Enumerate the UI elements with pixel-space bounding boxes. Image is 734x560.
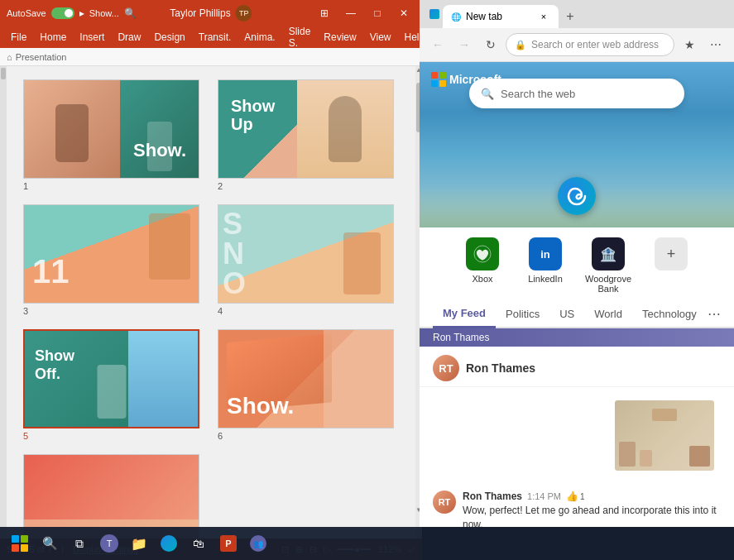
taskbar-search-btn[interactable]: 🔍 (36, 530, 63, 557)
quicklink-xbox[interactable]: Xbox (458, 237, 507, 294)
chat-msg-content-1: Ron Thames 1:14 PM 👍 1 Wow, perfect! Let… (463, 491, 721, 527)
slide-thumb-7 (23, 454, 199, 538)
slide-item-6[interactable]: Show. 6 (211, 323, 405, 448)
menu-anima[interactable]: Anima. (238, 30, 281, 45)
taskbar-teams-btn[interactable]: 👥 (245, 530, 271, 557)
menu-insert[interactable]: Insert (74, 30, 110, 45)
chat-msg-time-1: 1:14 PM (527, 491, 561, 501)
quicklink-more[interactable]: + (646, 237, 696, 294)
menu-home[interactable]: Home (34, 30, 72, 45)
taskbar: 🔍 ⧉ T 📁 🛍 P 👥 (0, 527, 734, 560)
menu-slides[interactable]: Slide S. (283, 24, 317, 50)
slide-2-text: ShowUp (231, 97, 275, 133)
settings-btn[interactable]: ⋯ (704, 33, 727, 56)
tab-close-btn[interactable]: × (537, 10, 550, 23)
quicklinks: Xbox in LinkedIn 🏦 Woodgrove Bank + (420, 227, 734, 300)
chat-msg-text-1: Wow, perfect! Let me go ahead and incorp… (463, 504, 721, 527)
back-btn[interactable]: ← (426, 33, 449, 56)
menu-draw[interactable]: Draw (112, 30, 146, 45)
slide-thumb-6: Show. (218, 329, 394, 428)
search-icon[interactable]: 🔍 (124, 7, 137, 19)
slide-item-1[interactable]: Show. 1 (17, 73, 211, 198)
chat-msg-reaction-1: 👍 1 (566, 491, 585, 502)
edge-favicon-area (426, 0, 443, 28)
edge-taskbar-icon (161, 535, 177, 552)
ppt-ribbon: ⌂ Presentation (0, 48, 422, 66)
more-icon: + (655, 237, 688, 270)
xbox-label: Xbox (472, 274, 492, 284)
slide-thumb-3: 11 (23, 204, 199, 304)
slide-thumb-5: ShowOff. (23, 329, 199, 428)
breadcrumb-text: Presentation (16, 52, 67, 62)
feed-tab-myfeed[interactable]: My Feed (433, 300, 496, 328)
quicklink-linkedin[interactable]: in LinkedIn (521, 237, 570, 294)
slide-item-3[interactable]: 11 3 (17, 198, 211, 323)
ron-thames-label: Ron Thames (433, 332, 489, 343)
refresh-btn[interactable]: ↻ (479, 33, 502, 56)
address-bar[interactable]: 🔒 Search or enter web address (506, 33, 674, 56)
slide-item-4[interactable]: SNO 4 (211, 198, 405, 323)
taskbar-store-btn[interactable]: 🛍 (185, 530, 212, 557)
xbox-logo (473, 245, 492, 263)
feed-tab-technology[interactable]: Technology (632, 301, 707, 328)
chat-section: RT Ron Thames RT (420, 347, 734, 527)
slide-number-2: 2 (218, 181, 399, 191)
teams-icon: T (100, 534, 118, 553)
taskbar-fileexplorer-btn[interactable]: 📁 (126, 530, 152, 557)
autosave-toggle[interactable] (51, 7, 74, 19)
slide-number-4: 4 (218, 306, 399, 316)
ppt-minimize-btn[interactable]: — (339, 2, 362, 25)
feed-tabs-more-btn[interactable]: ⋯ (708, 306, 721, 322)
slide-thumb-4: SNO (218, 204, 394, 304)
tab-title: New tab (466, 11, 502, 22)
forward-btn[interactable]: → (453, 33, 476, 56)
ppt-maximize-btn[interactable]: □ (366, 2, 389, 25)
ppt-thumbnail-btn[interactable]: ⊞ (313, 2, 336, 25)
slide-thumb-2: ShowUp (218, 79, 394, 179)
ron-thames-bar: Ron Thames (420, 328, 734, 347)
newtab-hero: Microsoft 🔍 Search the web (420, 62, 734, 227)
feed-tabs: My Feed Politics US World Technology ⋯ (420, 300, 734, 328)
autosave-label: AutoSave (7, 8, 46, 18)
menu-review[interactable]: Review (318, 30, 362, 45)
slide-item-7[interactable] (17, 448, 211, 538)
search-icon: 🔍 (481, 88, 494, 100)
quicklink-woodgrove[interactable]: 🏦 Woodgrove Bank (583, 237, 633, 294)
start-button[interactable] (7, 530, 33, 557)
newtab-icon: 🌐 (451, 12, 461, 22)
menu-transit[interactable]: Transit. (193, 30, 237, 45)
ppt-titlebar-left: AutoSave ▸ Show... 🔍 (7, 7, 137, 19)
taskbar-chat-btn[interactable]: T (96, 530, 122, 557)
slide-item-2[interactable]: ShowUp 2 (211, 73, 405, 198)
ppt-scrollbar-top[interactable] (0, 66, 7, 538)
newtab-search-box[interactable]: 🔍 Search the web (469, 79, 684, 108)
taskbar-ppt-btn[interactable]: P (215, 530, 242, 557)
feed-tab-world[interactable]: World (584, 301, 632, 328)
chat-header-name: Ron Thames (466, 361, 535, 375)
chat-header-avatar: RT (433, 355, 459, 381)
new-tab-btn[interactable]: + (559, 5, 582, 28)
powerpoint-window: AutoSave ▸ Show... 🔍 Taylor Phillips TP … (0, 0, 422, 560)
slide-panel: Show. 1 ShowUp 2 (0, 66, 422, 538)
edge-tabbar: 🌐 New tab × + (420, 0, 734, 28)
ppt-close-btn[interactable]: ✕ (392, 2, 415, 25)
menu-file[interactable]: File (5, 30, 32, 45)
slide-item-5[interactable]: ShowOff. 5 (17, 323, 211, 448)
edge-tab-newtab[interactable]: 🌐 New tab × (443, 5, 559, 28)
slide-1-text: Show. (133, 140, 186, 161)
taskbar-taskview-btn[interactable]: ⧉ (66, 530, 93, 557)
menu-design[interactable]: Design (148, 30, 190, 45)
feed-tab-us[interactable]: US (549, 301, 584, 328)
menu-view[interactable]: View (364, 30, 397, 45)
ppt-titlebar: AutoSave ▸ Show... 🔍 Taylor Phillips TP … (0, 0, 422, 26)
chat-msg-avatar-1: RT (433, 491, 456, 514)
teams-taskbar-icon: 👥 (250, 535, 266, 552)
taskbar-edge-btn[interactable] (156, 530, 182, 557)
feed-tab-politics[interactable]: Politics (496, 301, 549, 328)
toggle-knob (65, 9, 73, 17)
favorites-btn[interactable]: ★ (678, 33, 701, 56)
edge-logo-large (558, 177, 596, 215)
chat-content-area (420, 387, 734, 484)
slide-3-text: 11 (32, 253, 70, 290)
chat-msg-meta-1: Ron Thames 1:14 PM 👍 1 (463, 491, 721, 502)
